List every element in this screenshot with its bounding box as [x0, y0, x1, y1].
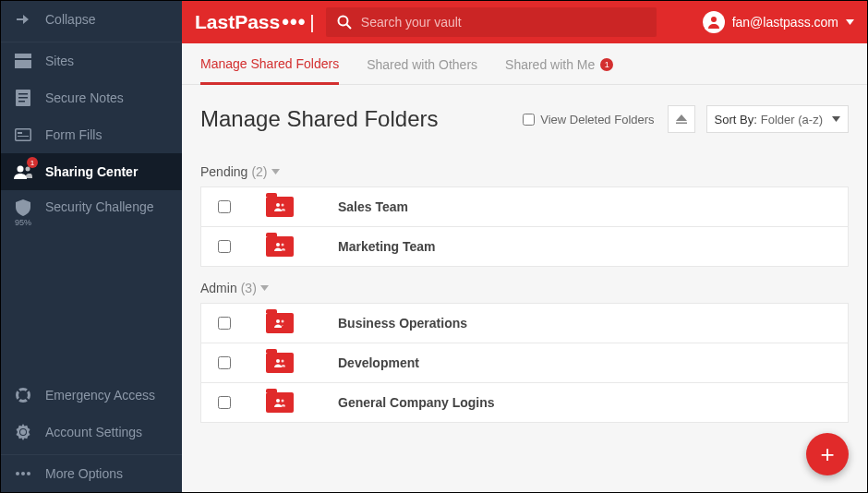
topbar: LastPass•••| fan@lastpass.com: [182, 1, 867, 43]
collapse-all-button[interactable]: [668, 105, 695, 133]
svg-rect-0: [15, 54, 31, 58]
notes-icon: [14, 89, 32, 107]
shared-folder-icon: [266, 392, 294, 413]
svg-point-24: [276, 319, 280, 323]
search-icon: [337, 15, 352, 30]
chevron-down-icon: [832, 116, 840, 122]
svg-rect-3: [18, 93, 28, 95]
sharing-badge: 1: [27, 157, 38, 168]
logo: LastPass•••|: [195, 10, 315, 34]
section-header[interactable]: Pending (2): [200, 164, 849, 179]
head-row: Manage Shared Folders View Deleted Folde…: [182, 85, 867, 150]
row-checkbox[interactable]: [218, 317, 231, 330]
sidebar: Collapse Sites Secure Notes Form Fills 1…: [1, 1, 182, 492]
folder-name: Business Operations: [338, 316, 467, 331]
svg-rect-7: [18, 132, 22, 134]
sidebar-item-label: Sharing Center: [45, 164, 138, 179]
folder-row[interactable]: Development: [200, 343, 849, 383]
folder-name: Sales Team: [338, 199, 408, 214]
folder-name: Development: [338, 355, 419, 370]
svg-point-27: [282, 360, 284, 363]
tab-manage-shared-folders[interactable]: Manage Shared Folders: [200, 56, 339, 85]
avatar: [703, 11, 725, 33]
svg-rect-1: [15, 60, 31, 68]
logo-text: LastPass: [195, 11, 280, 33]
folder-row[interactable]: General Company Logins: [200, 382, 849, 423]
page-title: Manage Shared Folders: [200, 106, 438, 132]
shared-folder-icon: [266, 353, 294, 373]
sidebar-item-sites[interactable]: Sites: [1, 42, 182, 79]
svg-point-9: [18, 166, 24, 173]
sidebar-item-label: Emergency Access: [45, 388, 155, 403]
folder-row[interactable]: Marketing Team: [200, 226, 849, 267]
sidebar-item-more-options[interactable]: More Options: [1, 455, 182, 492]
svg-rect-19: [676, 123, 687, 125]
shield-icon: 95%: [14, 199, 32, 227]
svg-point-29: [282, 400, 284, 403]
row-checkbox[interactable]: [218, 396, 231, 409]
sidebar-item-label: Account Settings: [45, 425, 142, 439]
row-checkbox[interactable]: [218, 240, 231, 253]
tab-label: Shared with Others: [367, 57, 477, 72]
svg-line-17: [346, 25, 351, 30]
sidebar-item-collapse[interactable]: Collapse: [1, 1, 182, 38]
svg-point-14: [21, 472, 25, 475]
section-count: (3): [241, 281, 257, 295]
sidebar-item-label: Secure Notes: [45, 90, 124, 105]
triangle-up-icon: [676, 114, 687, 124]
sidebar-item-security-challenge[interactable]: 95% Security Challenge: [1, 190, 182, 236]
sort-value: Folder (a-z): [761, 113, 823, 126]
security-percent: 95%: [15, 218, 31, 227]
chevron-down-icon: [260, 285, 269, 291]
sidebar-item-form-fills[interactable]: Form Fills: [1, 116, 182, 153]
svg-point-16: [338, 17, 347, 26]
svg-point-13: [16, 472, 19, 475]
sidebar-item-label: Form Fills: [45, 127, 102, 142]
sidebar-item-secure-notes[interactable]: Secure Notes: [1, 79, 182, 116]
chevron-down-icon: [846, 19, 854, 25]
tab-label: Shared with Me: [505, 57, 595, 72]
view-deleted-checkbox[interactable]: [523, 114, 535, 126]
sort-label: Sort By:: [715, 113, 757, 126]
gear-icon: [14, 423, 32, 441]
sort-dropdown[interactable]: Sort By: Folder (a-z): [706, 105, 849, 133]
svg-point-22: [276, 243, 280, 246]
tab-badge: 1: [600, 58, 613, 71]
section-name: Pending: [200, 164, 247, 179]
folder-row[interactable]: Business Operations: [200, 303, 849, 343]
folder-row[interactable]: Sales Team: [200, 186, 849, 227]
view-deleted-toggle[interactable]: View Deleted Folders: [523, 113, 654, 126]
logo-dots: •••: [282, 10, 306, 34]
shared-folder-icon: [266, 197, 294, 217]
tab-shared-with-others[interactable]: Shared with Others: [367, 56, 477, 84]
sidebar-item-label: Collapse: [45, 12, 95, 27]
sidebar-item-sharing-center[interactable]: 1 Sharing Center: [1, 153, 182, 190]
search-box[interactable]: [326, 7, 657, 37]
user-email: fan@lastpass.com: [732, 15, 838, 30]
add-button[interactable]: +: [806, 433, 849, 475]
section-name: Admin: [200, 281, 237, 295]
tabs: Manage Shared Folders Shared with Others…: [182, 43, 867, 85]
tab-label: Manage Shared Folders: [200, 56, 339, 71]
user-menu[interactable]: fan@lastpass.com: [703, 11, 854, 33]
search-input[interactable]: [361, 15, 645, 30]
row-checkbox[interactable]: [218, 356, 231, 369]
tab-shared-with-me[interactable]: Shared with Me 1: [505, 56, 613, 84]
sidebar-item-emergency-access[interactable]: Emergency Access: [1, 377, 182, 414]
ellipsis-icon: [14, 464, 32, 483]
lifebuoy-icon: [14, 386, 32, 404]
svg-point-28: [276, 399, 280, 403]
svg-point-26: [276, 359, 280, 363]
section-admin: Admin (3) Business Operations Developmen…: [182, 281, 867, 423]
sidebar-item-label: Security Challenge: [45, 199, 154, 214]
row-checkbox[interactable]: [218, 200, 231, 213]
section-header[interactable]: Admin (3): [200, 281, 849, 295]
svg-point-21: [282, 204, 284, 207]
svg-point-18: [711, 17, 717, 22]
svg-rect-5: [18, 101, 25, 102]
svg-point-23: [282, 244, 284, 246]
sidebar-item-account-settings[interactable]: Account Settings: [1, 414, 182, 451]
folder-name: Marketing Team: [338, 239, 436, 254]
shared-folder-icon: [266, 313, 294, 333]
content: Manage Shared Folders Shared with Others…: [182, 43, 867, 492]
